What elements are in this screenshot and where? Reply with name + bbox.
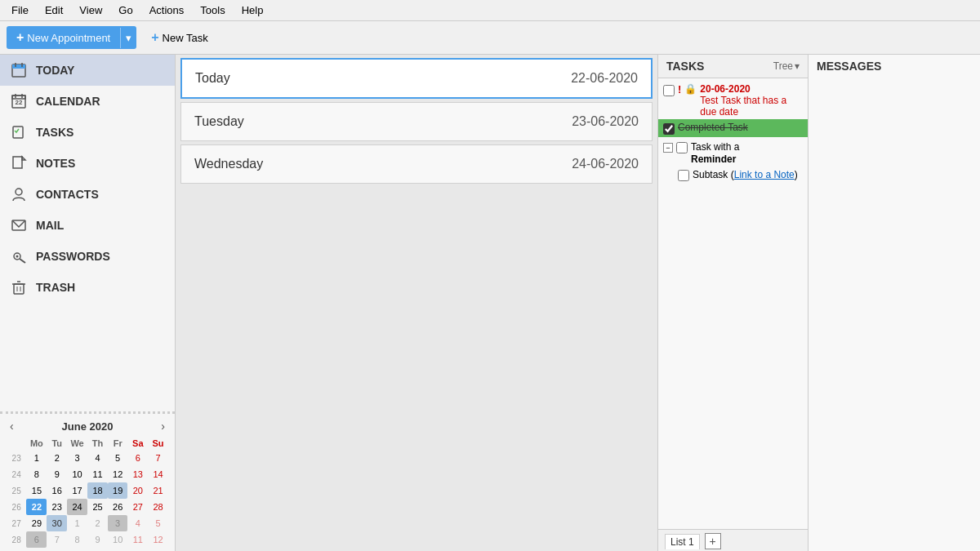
cal-day[interactable]: 16 — [47, 482, 67, 499]
menu-edit[interactable]: Edit — [37, 2, 71, 19]
menu-tools[interactable]: Tools — [192, 2, 233, 19]
cal-day[interactable]: 27 — [127, 499, 148, 515]
cal-day[interactable]: 5 — [148, 515, 168, 531]
day-date-tuesday: 23-06-2020 — [572, 114, 639, 129]
task-completed-checkbox[interactable] — [663, 123, 675, 135]
cal-day[interactable]: 6 — [127, 450, 148, 466]
cal-day[interactable]: 4 — [87, 450, 108, 466]
tasks-body: ! 🔒 20-06-2020 Test Task that has a due … — [658, 78, 808, 529]
cal-day[interactable]: 25 — [87, 499, 108, 515]
new-task-button[interactable]: + New Task — [143, 26, 216, 49]
sidebar-item-contacts[interactable]: CONTACTS — [0, 179, 175, 210]
cal-day[interactable]: 3 — [67, 450, 87, 466]
cal-day[interactable]: 8 — [67, 531, 87, 548]
sidebar-trash-label: TRASH — [36, 281, 75, 294]
fri-header: Fr — [108, 437, 128, 450]
cal-day[interactable]: 12 — [108, 466, 128, 482]
cal-day[interactable]: 22 — [26, 499, 47, 515]
cal-day[interactable]: 28 — [148, 499, 168, 515]
cal-day[interactable]: 1 — [67, 515, 87, 531]
cal-day[interactable]: 6 — [26, 531, 47, 548]
week-num: 26 — [7, 499, 26, 515]
cal-day[interactable]: 12 — [148, 531, 168, 548]
cal-day[interactable]: 11 — [127, 531, 148, 548]
task-lock-icon: 🔒 — [684, 83, 697, 95]
sidebar-item-notes[interactable]: NOTES — [0, 148, 175, 179]
sidebar-passwords-label: PASSWORDS — [36, 250, 110, 263]
tasks-view-label: Tree — [773, 60, 793, 72]
cal-day[interactable]: 7 — [47, 531, 67, 548]
cal-day[interactable]: 5 — [108, 450, 128, 466]
cal-day[interactable]: 2 — [47, 450, 67, 466]
cal-day[interactable]: 13 — [127, 466, 148, 482]
sat-header: Sa — [127, 437, 148, 450]
menu-view[interactable]: View — [71, 2, 110, 19]
cal-day[interactable]: 8 — [26, 466, 47, 482]
cal-day[interactable]: 10 — [67, 466, 87, 482]
list-tab[interactable]: List 1 — [665, 534, 700, 549]
task-item-subtask: Subtask (Link to a Note) — [658, 167, 808, 183]
cal-day[interactable]: 11 — [87, 466, 108, 482]
sidebar-today-label: TODAY — [36, 64, 74, 77]
new-appointment-main[interactable]: + New Appointment — [7, 26, 120, 49]
sidebar-tasks-label: TASKS — [36, 126, 74, 139]
cal-day[interactable]: 29 — [26, 515, 47, 531]
cal-day[interactable]: 21 — [148, 482, 168, 499]
day-row-tuesday[interactable]: Tuesday 23-06-2020 — [180, 102, 653, 141]
sidebar-item-calendar[interactable]: 22 CALENDAR — [0, 86, 175, 117]
cal-day[interactable]: 3 — [108, 515, 128, 531]
tue-header: Tu — [47, 437, 67, 450]
sidebar-item-mail[interactable]: MAIL — [0, 210, 175, 241]
cal-day[interactable]: 30 — [47, 515, 67, 531]
cal-day[interactable]: 18 — [87, 482, 108, 499]
mini-cal-prev[interactable]: ‹ — [7, 419, 17, 433]
cal-day[interactable]: 1 — [26, 450, 47, 466]
new-appointment-button[interactable]: + New Appointment ▾ — [7, 26, 136, 49]
day-row-wednesday[interactable]: Wednesday 24-06-2020 — [180, 144, 653, 184]
cal-day[interactable]: 17 — [67, 482, 87, 499]
svg-rect-1 — [12, 64, 25, 69]
sidebar-item-trash[interactable]: TRASH — [0, 272, 175, 303]
new-task-label: New Task — [163, 32, 208, 44]
cal-day[interactable]: 9 — [47, 466, 67, 482]
cal-day[interactable]: 9 — [87, 531, 108, 548]
sun-header: Su — [148, 437, 168, 450]
cal-day[interactable]: 26 — [108, 499, 128, 515]
sidebar-item-passwords[interactable]: PASSWORDS — [0, 241, 175, 272]
sidebar: TODAY 22 CALENDAR TASKS — [0, 55, 176, 551]
mini-cal-next[interactable]: › — [158, 419, 168, 433]
task-subtask-checkbox[interactable] — [678, 170, 689, 181]
main-area: Today 22-06-2020 Tuesday 23-06-2020 Wedn… — [176, 55, 657, 551]
toolbar: + New Appointment ▾ + New Task — [0, 21, 980, 55]
task-subtask-link[interactable]: Link to a Note — [734, 169, 795, 180]
cal-day[interactable]: 23 — [47, 499, 67, 515]
task-overdue-checkbox[interactable] — [663, 85, 675, 96]
new-appointment-dropdown[interactable]: ▾ — [120, 28, 136, 48]
day-list: Today 22-06-2020 Tuesday 23-06-2020 Wedn… — [176, 55, 657, 551]
sidebar-item-tasks[interactable]: TASKS — [0, 117, 175, 148]
cal-day[interactable]: 24 — [67, 499, 87, 515]
tasks-title: TASKS — [666, 60, 704, 73]
menu-actions[interactable]: Actions — [141, 2, 193, 19]
sidebar-item-today[interactable]: TODAY — [0, 55, 175, 86]
tasks-view-dropdown[interactable]: Tree ▾ — [773, 60, 800, 72]
cal-day[interactable]: 2 — [87, 515, 108, 531]
list-add-button[interactable]: + — [705, 533, 721, 549]
task-reminder-checkbox[interactable] — [676, 142, 688, 153]
cal-day[interactable]: 20 — [127, 482, 148, 499]
menu-file[interactable]: File — [3, 2, 37, 19]
task-expand-btn[interactable]: − — [663, 143, 673, 153]
day-row-today[interactable]: Today 22-06-2020 — [180, 58, 653, 99]
task-overdue-text: 20-06-2020 Test Task that has a due date — [700, 83, 803, 118]
mini-cal-grid: Mo Tu We Th Fr Sa Su 2312345672489101112… — [7, 437, 168, 548]
plus-appointment-icon: + — [16, 30, 24, 45]
cal-day[interactable]: 14 — [148, 466, 168, 482]
cal-day[interactable]: 7 — [148, 450, 168, 466]
menu-go[interactable]: Go — [110, 2, 140, 19]
menu-help[interactable]: Help — [234, 2, 272, 19]
app: + New Appointment ▾ + New Task TODAY — [0, 21, 980, 551]
cal-day[interactable]: 19 — [108, 482, 128, 499]
cal-day[interactable]: 10 — [108, 531, 128, 548]
cal-day[interactable]: 4 — [127, 515, 148, 531]
cal-day[interactable]: 15 — [26, 482, 47, 499]
